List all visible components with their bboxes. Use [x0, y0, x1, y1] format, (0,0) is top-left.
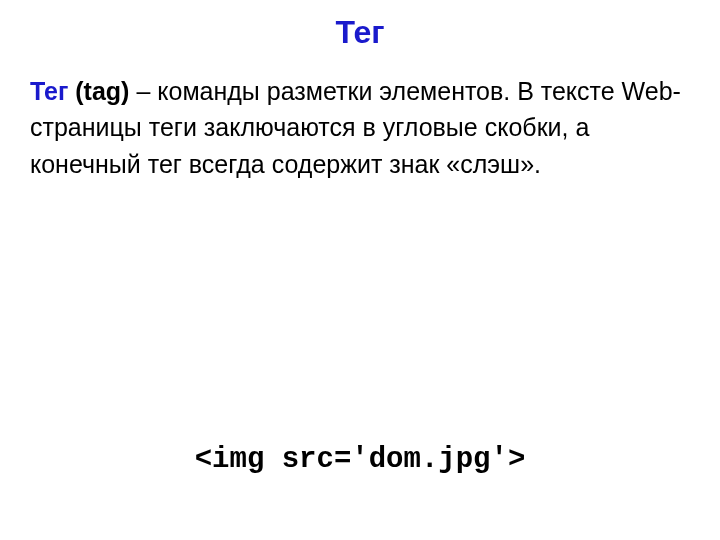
definition-paragraph: Тег (tag) – команды разметки элементов. … — [30, 73, 690, 182]
code-example: <img src='dom.jpg'> — [0, 443, 720, 476]
definition-dash: – — [136, 77, 157, 105]
term-english: (tag) — [75, 77, 129, 105]
page-title: Тег — [30, 14, 690, 51]
term-highlight: Тег — [30, 77, 68, 105]
